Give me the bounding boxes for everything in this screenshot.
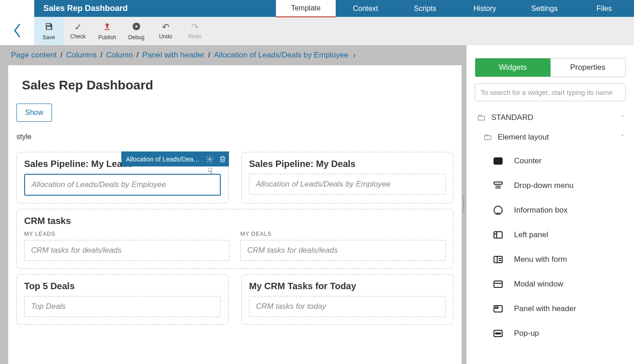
search-input[interactable] bbox=[475, 83, 626, 101]
right-pane-tabs: Widgets Properties bbox=[475, 58, 626, 77]
right-pane: Widgets Properties 🗀 STANDARD ˄ 🗀 Elemen… bbox=[466, 45, 634, 364]
crm-my-deals-label: MY DEALS bbox=[240, 231, 446, 237]
page-title: Sales Rep Dashboard bbox=[8, 65, 462, 104]
undo-label: Undo bbox=[159, 33, 172, 40]
svg-point-22 bbox=[496, 333, 497, 334]
panel-crm-tasks[interactable]: CRM tasks MY LEADS CRM tasks for deals/l… bbox=[16, 209, 453, 269]
gear-icon[interactable] bbox=[203, 155, 216, 163]
slot-allocation-leads[interactable]: Allocation of Leads/Deals by Employee bbox=[24, 174, 221, 196]
tab-widgets[interactable]: Widgets bbox=[475, 58, 551, 77]
svg-point-23 bbox=[498, 333, 499, 334]
svg-rect-10 bbox=[494, 232, 502, 238]
toolbar-row: Save ✓ Check Publish Debug ↶ Undo ↷ Redo bbox=[0, 17, 634, 45]
panel-my-deals[interactable]: Sales Pipeline: My Deals Allocation of L… bbox=[241, 152, 453, 203]
debug-button[interactable]: Debug bbox=[122, 17, 151, 45]
slot-allocation-deals[interactable]: Allocation of Leads/Deals by Employee bbox=[249, 174, 446, 195]
panel-top5-deals[interactable]: Top 5 Deals Top Deals bbox=[16, 274, 229, 325]
section-standard[interactable]: 🗀 STANDARD ˄ bbox=[467, 108, 634, 127]
crumb-allocation[interactable]: Allocation of Leads/Deals by Employee bbox=[214, 51, 348, 60]
widget-pop-up[interactable]: Pop-up bbox=[467, 321, 634, 346]
crumb-column[interactable]: Column bbox=[106, 51, 133, 60]
section-standard-label: STANDARD bbox=[491, 113, 533, 122]
back-button[interactable] bbox=[0, 17, 34, 45]
widget-label: Panel with header bbox=[514, 304, 576, 313]
chevron-up-icon: ˄ bbox=[621, 114, 624, 121]
tab-template[interactable]: Template bbox=[276, 0, 336, 17]
show-button[interactable]: Show bbox=[16, 104, 52, 122]
widget-label: Modal window bbox=[514, 280, 563, 289]
pane-divider[interactable] bbox=[462, 45, 466, 364]
widget-label: Menu with form bbox=[514, 255, 567, 264]
widget-left-panel[interactable]: Left panel bbox=[467, 223, 634, 247]
dropdown-icon bbox=[492, 180, 504, 192]
svg-rect-13 bbox=[494, 256, 502, 263]
counter-icon: 1 bbox=[492, 155, 504, 167]
redo-button[interactable]: ↷ Redo bbox=[180, 17, 209, 45]
tab-scripts[interactable]: Scripts bbox=[395, 0, 455, 17]
style-label: style bbox=[16, 133, 453, 141]
panel-my-leads[interactable]: Sales Pipeline: My Leads Allocation of L… bbox=[16, 152, 229, 203]
panel-row-crm: CRM tasks MY LEADS CRM tasks for deals/l… bbox=[16, 209, 453, 269]
crumb-page-content[interactable]: Page content bbox=[11, 51, 57, 60]
undo-icon: ↶ bbox=[162, 22, 170, 31]
widget-menu-with-form[interactable]: Menu with form bbox=[467, 247, 634, 272]
chevron-right-icon: › bbox=[353, 51, 356, 60]
trash-icon[interactable] bbox=[216, 155, 229, 163]
modal-icon bbox=[492, 278, 504, 290]
tab-settings[interactable]: Settings bbox=[514, 0, 574, 17]
undo-button[interactable]: ↶ Undo bbox=[151, 17, 180, 45]
widget-modal-window[interactable]: Modal window bbox=[467, 272, 634, 296]
section-element-layout-label: Element layout bbox=[498, 133, 549, 142]
panel-row-bottom: Top 5 Deals Top Deals My CRM Tasks for T… bbox=[16, 274, 453, 325]
widget-label: Pop-up bbox=[514, 329, 539, 338]
check-label: Check bbox=[70, 33, 86, 40]
breadcrumb-sep: / bbox=[100, 51, 103, 60]
check-button[interactable]: ✓ Check bbox=[63, 17, 93, 45]
save-button[interactable]: Save bbox=[34, 17, 63, 45]
header-tabs: Template Context Scripts History Setting… bbox=[276, 0, 634, 17]
tab-properties[interactable]: Properties bbox=[551, 58, 626, 77]
panel-title-top5: Top 5 Deals bbox=[24, 281, 221, 291]
svg-rect-0 bbox=[104, 29, 110, 30]
save-label: Save bbox=[42, 34, 55, 41]
publish-label: Publish bbox=[98, 34, 116, 41]
tab-files[interactable]: Files bbox=[574, 0, 634, 17]
crumb-panel-with-header[interactable]: Panel with header bbox=[142, 51, 204, 60]
section-element-layout[interactable]: 🗀 Element layout ˄ bbox=[467, 127, 634, 147]
tab-history[interactable]: History bbox=[455, 0, 514, 17]
panel-title-deals: Sales Pipeline: My Deals bbox=[249, 159, 446, 169]
svg-rect-17 bbox=[494, 281, 502, 287]
publish-button[interactable]: Publish bbox=[93, 17, 122, 45]
breadcrumb: Page content / Columns / Column / Panel … bbox=[8, 45, 462, 65]
breadcrumb-sep: / bbox=[136, 51, 139, 60]
panel-title-crm: CRM tasks bbox=[24, 216, 446, 226]
top-header: Sales Rep Dashboard Template Context Scr… bbox=[0, 0, 634, 17]
redo-icon: ↷ bbox=[191, 22, 199, 31]
panel-title-today: My CRM Tasks for Today bbox=[249, 281, 446, 291]
widget-panel-with-header[interactable]: Panel with header bbox=[467, 296, 634, 321]
slot-crm-today[interactable]: CRM tasks for today bbox=[249, 296, 446, 317]
crm-my-leads-label: MY LEADS bbox=[24, 231, 229, 237]
widget-search bbox=[475, 83, 626, 101]
svg-text:1: 1 bbox=[497, 159, 499, 164]
breadcrumb-sep: / bbox=[208, 51, 210, 60]
tab-context[interactable]: Context bbox=[336, 0, 395, 17]
panel-crm-today[interactable]: My CRM Tasks for Today CRM tasks for tod… bbox=[241, 274, 453, 325]
design-surface: Sales Rep Dashboard Show style Sales Pip… bbox=[8, 65, 462, 364]
surface-body[interactable]: Show style Sales Pipeline: My Leads Allo… bbox=[8, 104, 462, 364]
panel-row-pipeline: Sales Pipeline: My Leads Allocation of L… bbox=[16, 152, 453, 203]
slot-crm-leads[interactable]: CRM tasks for deals/leads bbox=[24, 240, 229, 261]
slot-top-deals[interactable]: Top Deals bbox=[24, 296, 221, 317]
svg-point-3 bbox=[209, 158, 211, 160]
crumb-columns[interactable]: Columns bbox=[66, 51, 97, 60]
header-left-spacer bbox=[0, 0, 34, 17]
widget-label: Information box bbox=[514, 206, 567, 215]
widget-label: Counter bbox=[514, 156, 541, 166]
debug-icon bbox=[132, 22, 141, 32]
slot-crm-deals[interactable]: CRM tasks for deals/leads bbox=[240, 240, 446, 261]
widget-information-box[interactable]: Information box bbox=[467, 198, 634, 223]
folder-icon: 🗀 bbox=[477, 112, 486, 123]
widget-dropdown-menu[interactable]: Drop-down menu bbox=[467, 173, 634, 198]
svg-rect-6 bbox=[494, 182, 502, 184]
widget-counter[interactable]: 1 Counter bbox=[467, 149, 634, 173]
